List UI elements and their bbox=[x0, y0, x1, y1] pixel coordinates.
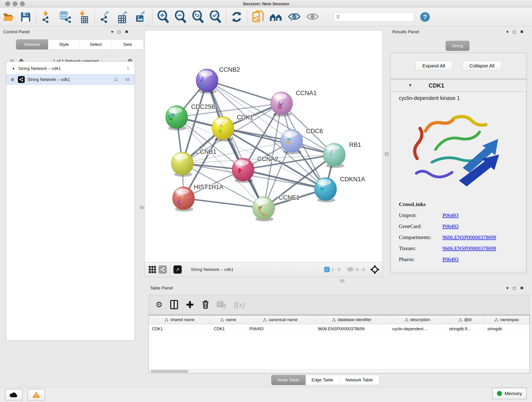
zoom-selected-button[interactable] bbox=[207, 10, 224, 24]
tab-network-table[interactable]: Network Table bbox=[340, 375, 379, 385]
search-field[interactable]: ⚲ bbox=[334, 12, 414, 22]
table-panel-menu-icon[interactable]: ▾ bbox=[506, 286, 508, 291]
view-network-name: String Network – cdk1 bbox=[191, 267, 234, 272]
collapse-all-button[interactable]: Collapse All bbox=[462, 61, 502, 70]
column-header[interactable]: database identifier bbox=[315, 315, 389, 324]
table-row[interactable]: CDK1CDK1P064939606.ENSP00000378699cyclin… bbox=[149, 324, 530, 334]
save-session-button[interactable] bbox=[17, 10, 34, 24]
column-header[interactable]: canonical name bbox=[246, 315, 315, 324]
results-panel-menu-icon[interactable]: ▾ bbox=[506, 29, 508, 34]
grid-view-button[interactable] bbox=[148, 266, 156, 274]
network-node-cdkn1a[interactable]: CDKN1A bbox=[315, 176, 365, 202]
share-view-button[interactable] bbox=[158, 265, 167, 274]
hide-selected-button[interactable] bbox=[285, 10, 304, 24]
control-panel-float-icon[interactable]: ◻ bbox=[117, 29, 121, 34]
search-input[interactable] bbox=[342, 14, 412, 20]
right-splitter-handle[interactable] bbox=[385, 152, 389, 156]
tab-node-table[interactable]: Node Table bbox=[271, 375, 306, 385]
results-panel-close-icon[interactable]: ✖ bbox=[520, 29, 524, 34]
scrollbar-thumb[interactable] bbox=[151, 370, 188, 373]
function-builder-icon-disabled[interactable]: f(x) bbox=[234, 300, 245, 309]
crosslink-link[interactable]: 9606.ENSP00000378699 bbox=[443, 235, 496, 240]
network-edge[interactable] bbox=[184, 198, 264, 208]
tab-string[interactable]: String bbox=[446, 41, 469, 51]
crosslink-link[interactable]: 9606.ENSP00000378699 bbox=[443, 245, 496, 251]
expand-all-button[interactable]: Expand All bbox=[415, 61, 452, 70]
column-header[interactable]: namespac bbox=[484, 315, 530, 324]
tab-network[interactable]: Network bbox=[16, 39, 48, 50]
crosslink-link[interactable]: P06493 bbox=[443, 223, 458, 230]
collection-expander-icon[interactable]: ▼ bbox=[12, 67, 15, 70]
clone-network-button[interactable] bbox=[249, 10, 267, 24]
network-node-ccna2[interactable]: CCNA2 bbox=[232, 156, 278, 183]
table-panel-close-icon[interactable]: ✖ bbox=[520, 286, 524, 291]
crosslink-link[interactable]: P06493 bbox=[443, 256, 458, 262]
control-panel-menu-icon[interactable]: ▾ bbox=[111, 29, 113, 34]
table-cell[interactable]: cyclin-dependent ... bbox=[389, 324, 446, 333]
control-panel-close-icon[interactable]: ✖ bbox=[125, 29, 128, 34]
refresh-view-button[interactable] bbox=[228, 10, 245, 24]
show-all-button[interactable] bbox=[304, 10, 322, 24]
warnings-button[interactable] bbox=[27, 389, 45, 400]
add-column-icon[interactable] bbox=[186, 300, 194, 309]
column-header-label: @id bbox=[464, 317, 472, 322]
zoom-fit-button[interactable] bbox=[189, 10, 207, 24]
network-status-dot bbox=[11, 78, 14, 81]
protein-expander-icon[interactable]: ▼ bbox=[408, 83, 412, 88]
crosslink-link[interactable]: P06493 bbox=[443, 212, 458, 218]
table-cell[interactable]: stringdb bbox=[484, 324, 530, 333]
import-network-database-button[interactable] bbox=[56, 10, 75, 24]
import-database-icon bbox=[59, 11, 72, 23]
export-image-button[interactable] bbox=[133, 10, 150, 24]
clear-table-icon-disabled[interactable] bbox=[217, 301, 226, 308]
tab-edge-table[interactable]: Edge Table bbox=[306, 375, 340, 385]
select-columns-icon[interactable] bbox=[170, 300, 178, 309]
column-header[interactable]: description bbox=[389, 315, 446, 324]
cloud-status-button[interactable] bbox=[5, 389, 22, 400]
table-settings-gear-icon[interactable]: ⚙ bbox=[156, 300, 162, 309]
import-network-file-button[interactable] bbox=[38, 10, 56, 24]
tab-sets[interactable]: Sets bbox=[112, 39, 144, 50]
help-button[interactable]: ? bbox=[420, 12, 430, 22]
horizontal-splitter-handle[interactable] bbox=[340, 279, 345, 283]
network-collection-row[interactable]: ▼ String Network – cdk1 1 bbox=[6, 63, 135, 74]
eye-icon bbox=[307, 12, 319, 22]
table-panel-float-icon[interactable]: ◻ bbox=[513, 286, 516, 291]
network-row[interactable]: String Network – cdk1 11 48 bbox=[6, 74, 135, 85]
network-graph[interactable]: CCNB2CCNA1CDC25BCDK1CDC6RB1CCNB1CCNA2CDK… bbox=[145, 31, 382, 262]
network-node-cdc25b[interactable]: CDC25B bbox=[166, 103, 215, 130]
table-cell[interactable]: stringdb:9... bbox=[446, 324, 484, 333]
export-network-button[interactable] bbox=[97, 10, 114, 24]
delete-column-icon[interactable] bbox=[202, 300, 209, 309]
zoom-out-button[interactable] bbox=[172, 10, 189, 24]
column-header[interactable]: name bbox=[210, 315, 246, 324]
column-header[interactable]: shared name bbox=[149, 315, 210, 324]
first-neighbors-button[interactable] bbox=[267, 10, 285, 24]
network-view-canvas[interactable]: CCNB2CCNA1CDC25BCDK1CDC6RB1CCNB1CCNA2CDK… bbox=[145, 30, 383, 262]
table-cell[interactable]: P06493 bbox=[246, 324, 315, 333]
table-cell[interactable]: CDK1 bbox=[149, 324, 210, 333]
network-node-ccna1[interactable]: CCNA1 bbox=[271, 89, 317, 117]
tab-style[interactable]: Style bbox=[48, 39, 80, 50]
import-table-button[interactable] bbox=[75, 10, 93, 24]
table-cell[interactable]: CDK1 bbox=[210, 324, 246, 333]
birdseye-crosshair-button[interactable] bbox=[370, 265, 380, 274]
detach-view-button[interactable]: ↗ bbox=[173, 265, 182, 274]
memory-button[interactable]: Memory bbox=[492, 388, 526, 399]
results-panel-float-icon[interactable]: ◻ bbox=[513, 29, 516, 34]
column-header[interactable]: @id bbox=[446, 315, 484, 324]
network-node-ccnb2[interactable]: CCNB2 bbox=[196, 66, 240, 94]
table-horizontal-scrollbar[interactable] bbox=[149, 369, 530, 373]
table-cell[interactable]: 9606.ENSP00000378699 bbox=[315, 324, 389, 333]
tab-select[interactable]: Select bbox=[80, 39, 112, 50]
zoom-in-button[interactable] bbox=[154, 10, 172, 24]
network-node-rb1[interactable]: RB1 bbox=[323, 141, 361, 168]
open-session-button[interactable] bbox=[0, 10, 17, 24]
left-splitter-handle[interactable] bbox=[139, 206, 144, 209]
selected-checkbox-icon[interactable]: ✓ bbox=[324, 267, 330, 272]
crosslink-label: Compartments: bbox=[399, 235, 443, 240]
network-node-hist1h1a[interactable]: HIST1H1A bbox=[172, 184, 223, 211]
crosslink-label: Tissues: bbox=[399, 245, 443, 251]
network-edge[interactable] bbox=[207, 80, 282, 103]
export-table-button[interactable] bbox=[114, 10, 133, 24]
